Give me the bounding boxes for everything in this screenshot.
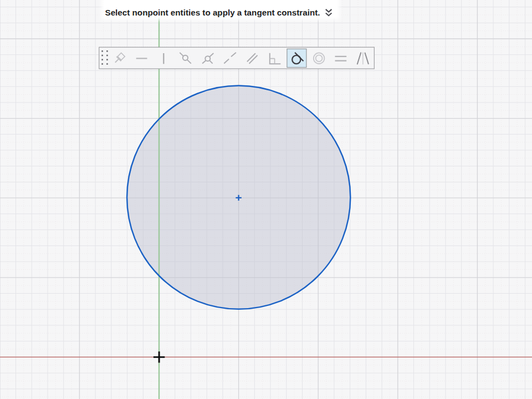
- svg-text:Select nonpoint entities to ap: Select nonpoint entities to apply a tang…: [105, 8, 320, 17]
